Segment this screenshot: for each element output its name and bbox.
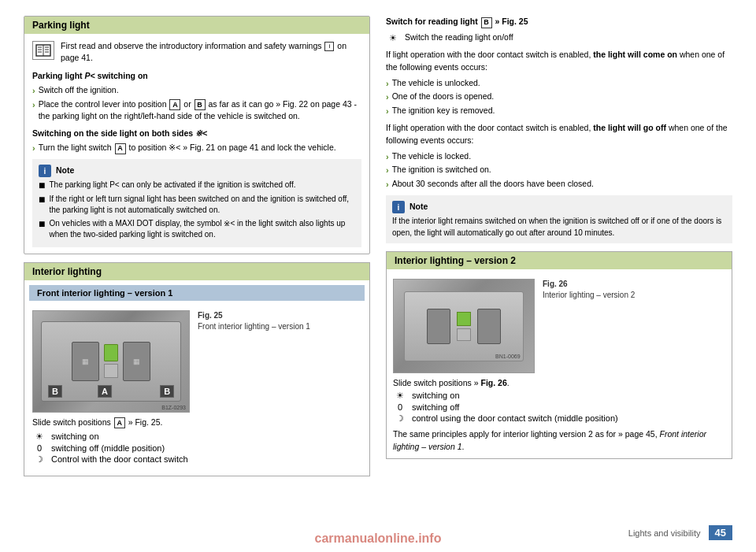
note-icon: i	[39, 165, 51, 177]
reading-sun-icon: ☀	[386, 31, 400, 45]
same-principles-text: The same principles apply for interior l…	[393, 428, 725, 454]
sun-icon: ☀	[32, 432, 46, 442]
img-code-26: BN1-0069	[495, 354, 521, 359]
interior-v2-content: BN1-0069 Fig. 26 Interior lighting – ver…	[387, 269, 732, 458]
arrow-icon-2: ›	[32, 98, 35, 112]
arrow-on-2: ›	[386, 91, 389, 104]
right-light-panel: BN1-0069	[404, 291, 523, 361]
switch-item-on: ☀ switching on	[32, 432, 361, 442]
event-off-2: › The ignition is switched on.	[386, 164, 732, 177]
fig25-image: ▦ ▦ B A B	[32, 310, 190, 413]
fig26-image: BN1-0069	[393, 279, 535, 373]
interior-lighting-section: Interior lighting Front interior lightin…	[24, 262, 370, 476]
page-footer: Lights and visibility 45	[628, 525, 732, 540]
reading-light-section: Switch for reading light B » Fig. 25 ☀ S…	[386, 16, 732, 243]
left-speaker: ▦	[72, 342, 99, 381]
parking-light-header: Parking light	[24, 17, 369, 34]
side-light-title: Switching on the side light on both side…	[32, 128, 361, 140]
slide-positions-v2-label: Slide switch positions » Fig. 26.	[393, 378, 725, 387]
parking-light-section: Parking light	[24, 16, 370, 254]
right-img: BN1-0069	[394, 280, 534, 372]
page-number: 45	[709, 525, 732, 540]
reading-light-title: Switch for reading light B » Fig. 25	[386, 16, 732, 28]
door-icon: ☽	[32, 454, 46, 465]
right-speaker-l	[427, 309, 450, 344]
right-green-switch	[457, 312, 471, 326]
light-panel: ▦ ▦ B A B	[41, 321, 181, 402]
box-A-slide: A	[114, 417, 125, 428]
reading-note-box: i Note If the interior light remains swi…	[386, 195, 732, 243]
note-bullet-1: ■ The parking light P< can only be activ…	[39, 180, 355, 191]
fig25-caption-area: Fig. 25 Front interior lighting – versio…	[198, 310, 361, 332]
switch-group	[104, 344, 118, 378]
interior-lighting-header: Interior lighting	[24, 263, 369, 280]
interior-img-content: ▦ ▦ B A B	[33, 311, 189, 412]
v2-sun-icon: ☀	[393, 391, 407, 401]
front-v1-content: ▦ ▦ B A B	[29, 301, 365, 471]
right-controls	[427, 309, 501, 344]
fig26-caption: Fig. 26 Interior lighting – version 2	[543, 279, 725, 301]
box-B: B	[195, 99, 206, 110]
label-B-left: B	[48, 385, 62, 398]
fig26-caption-area: Fig. 26 Interior lighting – version 2	[543, 279, 725, 301]
parking-light-title: Parking light	[32, 20, 90, 31]
reading-note-content: If the interior light remains switched o…	[392, 216, 726, 239]
zero-icon: 0	[32, 443, 46, 453]
v2-switch-on: ☀ switching on	[393, 391, 725, 401]
event-on-1: › The vehicle is unlocked.	[386, 77, 732, 91]
switch-item-off: 0 switching off (middle position)	[32, 443, 361, 453]
interior-v2-section: Interior lighting – version 2	[386, 251, 732, 459]
reading-para2: If light operation with the door contact…	[386, 122, 732, 147]
arrow-icon-3: ›	[32, 142, 35, 155]
event-off-1: › The vehicle is locked.	[386, 150, 732, 164]
event-on-3: › The ignition key is removed.	[386, 105, 732, 118]
step3: › Turn the light switch A to position ※<…	[32, 142, 361, 155]
label-A: A	[98, 385, 112, 398]
event-on-2: › One of the doors is opened.	[386, 91, 732, 104]
v2-door-icon: ☽	[393, 413, 407, 424]
box-B-reading: B	[481, 17, 492, 28]
front-v1-header: Front interior lighting – version 1	[29, 285, 365, 301]
slide-positions-label: Slide switch positions A » Fig. 25.	[32, 417, 361, 428]
reading-para1: If light operation with the door contact…	[386, 49, 732, 74]
light-controls: ▦ ▦	[72, 342, 150, 381]
arrow-off-2: ›	[386, 164, 389, 177]
note-bullet-2: ■ If the right or left turn signal light…	[39, 194, 355, 217]
note-content: ■ The parking light P< can only be activ…	[39, 180, 355, 240]
book-warning-icon	[32, 41, 54, 60]
label-B-right: B	[160, 385, 174, 398]
warn-ref-icon: i	[324, 42, 334, 51]
parking-light-content: First read and observe the introductory …	[24, 34, 369, 254]
right-speaker-r	[477, 309, 501, 344]
arrow-on-3: ›	[386, 105, 389, 118]
fig26-container: BN1-0069 Fig. 26 Interior lighting – ver…	[393, 279, 725, 373]
front-version1-subsection: Front interior lighting – version 1 ▦	[29, 285, 365, 471]
bullet-icon-3: ■	[39, 218, 45, 230]
switch-slot	[104, 364, 118, 378]
interior-v2-header: Interior lighting – version 2	[387, 252, 732, 269]
reading-switch-item: ☀ Switch the reading light on/off	[386, 31, 732, 45]
arrow-icon: ›	[32, 84, 35, 98]
bullet-icon-1: ■	[39, 180, 45, 191]
step1: › Switch off the ignition.	[32, 84, 361, 98]
left-column: Parking light	[24, 16, 370, 528]
reading-note-icon: i	[392, 201, 405, 213]
warn-text: First read and observe the introductory …	[61, 40, 361, 64]
right-column: Switch for reading light B » Fig. 25 ☀ S…	[386, 16, 732, 528]
right-speaker: ▦	[123, 342, 150, 381]
right-switch-group	[457, 312, 471, 341]
right-switch-slot	[457, 328, 471, 341]
v2-switch-door: ☽ control using the door contact switch …	[393, 413, 725, 424]
fig25-caption: Fig. 25 Front interior lighting – versio…	[198, 310, 361, 332]
img-code-25: B1Z-0293	[161, 405, 186, 410]
bullet-icon-2: ■	[39, 194, 45, 206]
watermark: carmanualonline.info	[315, 532, 442, 546]
switch-item-door: ☽ Control with the door contact switch	[32, 454, 361, 465]
green-switch	[104, 344, 118, 361]
v2-switch-off: 0 switching off	[393, 402, 725, 412]
v2-zero-icon: 0	[393, 402, 407, 412]
step2: › Place the control lever into position …	[32, 98, 361, 124]
footer-text: Lights and visibility	[628, 528, 701, 538]
switching-on-title: Parking light P< switching on	[32, 70, 361, 83]
arrow-off-1: ›	[386, 150, 389, 164]
